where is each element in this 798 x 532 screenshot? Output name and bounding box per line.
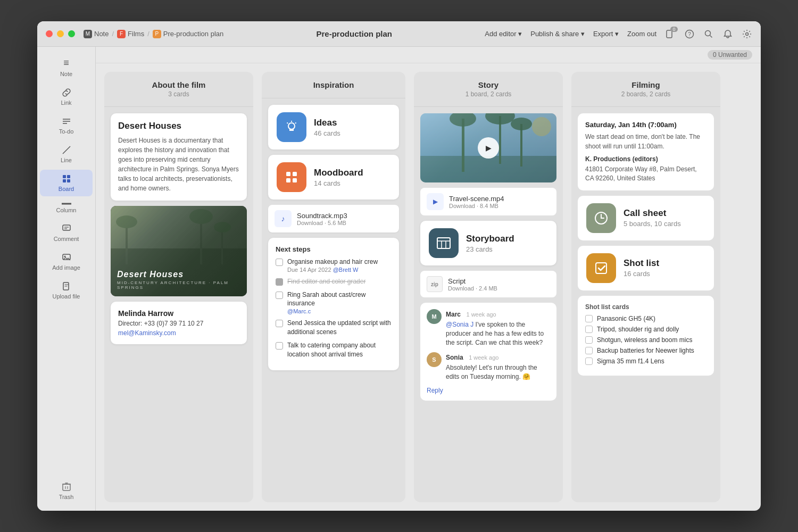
close-button[interactable]	[46, 30, 53, 37]
breadcrumb-home-label: Note	[94, 30, 109, 38]
ideas-subtitle: 46 cards	[314, 129, 340, 137]
svg-text:?: ?	[688, 31, 691, 37]
column-body-about: Desert Houses Desert Houses is a documen…	[104, 107, 253, 502]
card-desert-houses-text: Desert Houses Desert Houses is a documen…	[111, 113, 247, 201]
export-button[interactable]: Export ▾	[593, 30, 619, 38]
comment-marc: M Marc 1 week ago @Sonia J I've spoken t…	[427, 309, 550, 347]
svg-rect-21	[63, 484, 70, 491]
comment-time-sonia: 1 week ago	[469, 354, 498, 361]
sidebar-item-column[interactable]: Column	[40, 198, 92, 218]
breadcrumb-plan[interactable]: P Pre-production plan	[153, 30, 223, 38]
card-soundtrack: ♪ Soundtrack.mp3 Download · 5.6 MB	[268, 205, 399, 232]
filming-org: K. Productions (editors)	[585, 155, 706, 163]
checklist-label-1: Panasonic GH5 (4K)	[597, 315, 655, 322]
films-icon: F	[117, 30, 126, 38]
checklist-check-5[interactable]	[585, 358, 593, 365]
card-call-sheet[interactable]: Call sheet 5 boards, 10 cards	[578, 196, 714, 240]
todo-check-2[interactable]	[276, 278, 283, 286]
sidebar-label-board: Board	[59, 186, 74, 192]
film-title: Desert Houses	[118, 121, 239, 131]
filming-date: Saturday, Jan 14th (7:00am)	[585, 121, 706, 129]
card-shot-list[interactable]: Shot list 16 cards	[578, 246, 714, 290]
column-title-filming: Filming	[580, 80, 712, 89]
zoom-out-button[interactable]: Zoom out	[627, 30, 656, 38]
upload-file-icon	[62, 281, 71, 291]
film-image-subtitle: MID-CENTURY ARCHITECTURE · PALM SPRINGS	[117, 280, 240, 290]
todo-check-4[interactable]	[276, 320, 283, 327]
svg-line-34	[295, 123, 296, 124]
sidebar-item-line[interactable]: Line	[40, 141, 92, 168]
column-title-about: About the film	[113, 80, 245, 89]
bell-icon[interactable]	[722, 29, 733, 39]
svg-point-29	[189, 209, 213, 224]
soundtrack-meta[interactable]: Download · 5.6 MB	[297, 220, 347, 226]
todo-meta-1: Due 14 Apr 2022 @Brett W	[287, 267, 378, 273]
search-icon[interactable]	[703, 29, 714, 39]
help-icon[interactable]: ?	[684, 29, 695, 39]
column-icon	[62, 203, 71, 205]
column-inspiration: Inspiration	[262, 72, 405, 502]
sidebar-item-comment[interactable]: Comment	[40, 220, 92, 246]
contact-name: Melinda Harrow	[118, 309, 239, 318]
card-storyboard[interactable]: Storyboard 23 cards	[420, 221, 556, 265]
sidebar-item-link[interactable]: Link	[40, 84, 92, 110]
column-subtitle-filming: 2 boards, 2 cards	[580, 90, 712, 98]
filming-desc: We start dead on time, don't be late. Th…	[585, 132, 706, 151]
soundtrack-name: Soundtrack.mp3	[297, 212, 347, 220]
sidebar-item-trash[interactable]: Trash	[40, 478, 92, 504]
shot-list-subtitle: 16 cards	[624, 270, 659, 278]
sidebar-item-add-image[interactable]: Add image	[40, 248, 92, 275]
breadcrumb-films[interactable]: F Films	[117, 30, 144, 38]
contact-email[interactable]: mel@Kaminsky.com	[118, 329, 239, 337]
video-file-meta[interactable]: Download · 8.4 MB	[449, 203, 504, 209]
card-filming-schedule: Saturday, Jan 14th (7:00am) We start dea…	[578, 113, 714, 190]
todo-check-5[interactable]	[276, 342, 283, 350]
todo-check-1[interactable]	[276, 259, 283, 266]
video-overlay[interactable]: ▶	[420, 113, 556, 182]
sidebar-label-comment: Comment	[54, 236, 79, 242]
breadcrumb-plan-label: Pre-production plan	[163, 30, 223, 38]
minimize-button[interactable]	[57, 30, 64, 37]
sidebar-item-note[interactable]: ≡ Note	[40, 53, 92, 81]
todo-item-2: Find editor and color grader	[276, 277, 392, 286]
todo-text-2: Find editor and color grader	[287, 277, 365, 286]
sidebar-item-upload-file[interactable]: Upload file	[40, 277, 92, 304]
play-button[interactable]: ▶	[478, 137, 499, 159]
reply-button[interactable]: Reply	[427, 387, 550, 394]
titlebar: M Note / F Films / P Pre-production plan…	[37, 21, 761, 47]
checklist-check-3[interactable]	[585, 336, 593, 344]
tablet-icon[interactable]: 0	[665, 29, 676, 39]
checklist-check-4[interactable]	[585, 347, 593, 354]
zip-icon: zip	[427, 276, 443, 292]
checklist-check-1[interactable]	[585, 315, 593, 322]
todo-mention-3: @Marc.c	[287, 308, 392, 314]
board: About the film 3 cards Desert Houses Des…	[96, 63, 761, 511]
card-ideas[interactable]: Ideas 46 cards	[268, 105, 399, 149]
checklist-check-2[interactable]	[585, 326, 593, 333]
todo-check-3[interactable]	[276, 292, 283, 299]
card-moodboard[interactable]: Moodboard 14 cards	[268, 155, 399, 200]
publish-share-button[interactable]: Publish & share ▾	[530, 30, 585, 38]
column-subtitle-about: 3 cards	[113, 90, 245, 98]
storyboard-title: Storyboard	[466, 234, 514, 244]
content-area: 0 Unwanted About the film 3 cards Desert…	[96, 47, 761, 511]
todo-text-3: Ring Sarah about cast/crew insurance	[287, 290, 392, 309]
sidebar-item-board[interactable]: Board	[40, 170, 92, 196]
svg-line-35	[287, 123, 288, 124]
sidebar-item-todo[interactable]: To-do	[40, 112, 92, 139]
maximize-button[interactable]	[68, 30, 75, 37]
svg-rect-10	[63, 175, 66, 178]
script-meta[interactable]: Download · 2.4 MB	[448, 285, 497, 292]
column-header-about: About the film 3 cards	[104, 72, 253, 107]
settings-icon[interactable]	[742, 29, 752, 39]
svg-line-4	[710, 35, 712, 37]
comment-text-sonia: Absolutely! Let's run through the edits …	[446, 363, 550, 381]
add-editor-button[interactable]: Add editor ▾	[485, 30, 522, 38]
breadcrumb-home[interactable]: M Note	[84, 30, 109, 38]
unwanted-badge: 0 Unwanted	[708, 50, 752, 60]
moodboard-subtitle: 14 cards	[314, 179, 363, 187]
call-sheet-subtitle: 5 boards, 10 cards	[624, 220, 681, 228]
card-video: ▶	[420, 113, 556, 182]
svg-rect-56	[596, 263, 606, 273]
todo-item-5: Talk to catering company about location …	[276, 341, 392, 359]
